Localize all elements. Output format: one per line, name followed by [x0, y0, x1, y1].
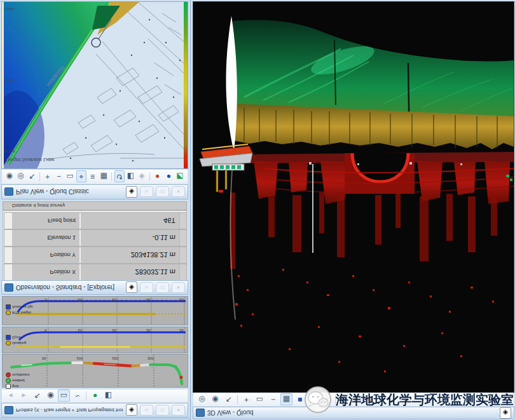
pin-button[interactable]: ○ [140, 405, 153, 416]
profiles-toolbar-icon-zoom-window[interactable]: ▭ [58, 390, 70, 402]
plan-toolbar-icon-settings[interactable]: ◩ [175, 171, 185, 183]
legend-marker-blue [6, 335, 11, 340]
axis-tick: 150 [112, 356, 118, 360]
profiles-toolbar-icon-select[interactable]: ↖ [31, 390, 43, 402]
row-label: Position Y [12, 247, 81, 263]
legend-marker-white [6, 384, 11, 389]
grid-label: 60800 [4, 78, 15, 82]
table-header-label: Distance 4 point survey [12, 203, 65, 209]
row-label: Elevation 1 [12, 230, 81, 246]
plan-toolbar-icon-split-view[interactable]: ◧ [126, 171, 136, 183]
strip-chart-1[interactable]: RTK height Antenna hgt 5 10 15 20 25 [2, 296, 188, 325]
row-value: 46T [81, 213, 179, 229]
table-header: Distance 4 point survey [3, 201, 187, 210]
row-value: 2034138.21 m [81, 247, 179, 263]
series-blue [18, 301, 186, 312]
table-row[interactable]: Position X 283032.11 m [4, 264, 187, 281]
left-pane: 60400 60800 61200 Height Seabase Lidar H… [0, 0, 190, 420]
pin-button[interactable]: ○ [140, 187, 153, 198]
threed-toolbar-icon-zoom-out[interactable]: − [267, 394, 279, 406]
plan-titlebar: Plan View - Qloud Classic ◈ ○ □ × [1, 184, 188, 200]
profiles-toolbar-icon-previous[interactable]: ◂ [4, 390, 17, 402]
axis-tick: 50 [42, 356, 46, 360]
axis-tick: 15 [112, 298, 116, 302]
profiles-toolbar-icon-smooth[interactable]: ~ [71, 390, 83, 402]
maximize-button[interactable]: □ [156, 187, 169, 198]
plan-toolbar-icon-color-by-depth[interactable]: ◉ [4, 171, 15, 183]
threed-toolbar-icon-grid[interactable]: ▦ [280, 394, 292, 406]
plan-toolbar-icon-zoom-out[interactable]: − [54, 171, 64, 183]
plan-toolbar-icon-refresh[interactable]: ↺ [114, 171, 125, 183]
legend-label: Antenna hgt [12, 305, 32, 309]
legend-label: Gyro [12, 335, 20, 339]
profile-curve [11, 363, 182, 384]
legend-label: seabed [12, 379, 25, 383]
axis-tick: 25 [179, 298, 184, 302]
legend-label: RTK height [12, 311, 31, 315]
strip-chart-2-legend: Heading Gyro [6, 335, 26, 346]
plan-toolbar-icon-layers[interactable]: ≡ [88, 171, 98, 183]
table-row[interactable]: Elevation 1 -0.11 m [4, 229, 187, 247]
profile-chart-canvas [3, 355, 188, 387]
plan-toolbar-icon-select[interactable]: ↖ [27, 171, 37, 183]
window-icon [4, 188, 13, 196]
plan-toolbar: ◉ ◎ ↖ + − ▭ ⌖ ≡ ▦ ↺ ◧ ◈ ● ● ◩ [1, 169, 188, 184]
legend-marker-yellow [6, 341, 11, 346]
window-icon [4, 406, 13, 414]
series-blue [19, 332, 186, 340]
plan-toolbar-icon-pan[interactable]: ⌖ [76, 171, 86, 183]
axis-tick: 10 [78, 329, 82, 332]
axis-tick: 20 [146, 329, 151, 332]
plan-toolbar-icon-compass-tool[interactable]: ◈ [137, 171, 147, 183]
legend-marker-red [6, 372, 11, 377]
right-pane: ◎ ◉ ↖ + ▭ − ▦ ■ ◐ ● ◈ ◧ ⌖ 3D View - Qlo [190, 0, 515, 420]
table-row[interactable]: Position Y 2034138.21 m [4, 247, 187, 264]
maximize-button[interactable]: □ [156, 282, 169, 293]
row-label: Fixed point [12, 213, 81, 229]
row-label: Position X [12, 264, 81, 280]
legend-marker-yellow [6, 310, 11, 315]
threed-view[interactable] [193, 1, 514, 393]
axis-tick: 200 [148, 356, 154, 360]
profiles-toolbar-icon-point-mode[interactable]: ◉ [45, 390, 57, 402]
window-icon [4, 283, 13, 292]
threed-toolbar-icon-rotate[interactable]: ◉ [209, 394, 221, 406]
row-value: -0.11 m [81, 230, 179, 246]
window-edge [0, 417, 190, 420]
axis-tick: 25 [179, 329, 184, 332]
plan-toolbar-icon-palette-red[interactable]: ● [153, 171, 163, 183]
close-button[interactable]: × [172, 187, 185, 198]
plan-map-canvas[interactable] [2, 2, 188, 168]
row-value: 283032.11 m [81, 264, 179, 280]
close-button[interactable]: × [172, 405, 185, 416]
threed-toolbar-icon-zoom-window[interactable]: ▭ [254, 394, 266, 406]
threed-toolbar-icon-orbit[interactable]: ◎ [196, 394, 208, 406]
plan-map-view[interactable]: 60400 60800 61200 Height Seabase Lidar H… [1, 1, 188, 169]
observation-table: Fixed point 46T Elevation 1 -0.11 m Posi… [3, 210, 187, 281]
plan-toolbar-icon-grid[interactable]: ▦ [99, 171, 109, 183]
grid-label: 61200 [4, 149, 15, 153]
table-row[interactable]: Fixed point 46T [4, 212, 187, 229]
axis-tick: 20 [146, 298, 151, 302]
plan-toolbar-icon-color-by-intensity[interactable]: ◎ [16, 171, 26, 183]
watermark: 海洋地球化学与环境监测实验室 [304, 383, 514, 417]
profiles-toolbar-icon-next[interactable]: ▸ [18, 390, 30, 402]
legend-label: multibeam [12, 373, 30, 377]
plan-toolbar-icon-zoom-in[interactable]: + [43, 171, 53, 183]
maximize-button[interactable]: □ [156, 405, 169, 416]
compass-icon: ◈ [126, 282, 137, 294]
plan-toolbar-icon-zoom-window[interactable]: ▭ [65, 171, 75, 183]
observation-title: Observation - Standard - [Explorer] [16, 284, 123, 291]
threed-canvas[interactable] [193, 2, 514, 392]
observation-titlebar: Observation - Standard - [Explorer] ◈ ○ … [1, 280, 188, 295]
profiles-toolbar-icon-split[interactable]: ◧ [102, 390, 114, 402]
profiles-toolbar-icon-color-mode[interactable]: ● [89, 390, 101, 402]
axis-tick: 5 [45, 329, 46, 332]
plan-toolbar-icon-palette-blue[interactable]: ● [164, 171, 174, 183]
strip-chart-2[interactable]: Heading Gyro 5 10 15 20 25 [2, 327, 188, 353]
pin-button[interactable]: ○ [140, 282, 153, 293]
threed-toolbar-icon-zoom-in[interactable]: + [240, 394, 252, 406]
close-button[interactable]: × [172, 282, 185, 293]
profile-chart[interactable]: grid seabed multibeam 50 100 150 200 [2, 354, 188, 388]
threed-toolbar-icon-select[interactable]: ↖ [223, 394, 235, 406]
